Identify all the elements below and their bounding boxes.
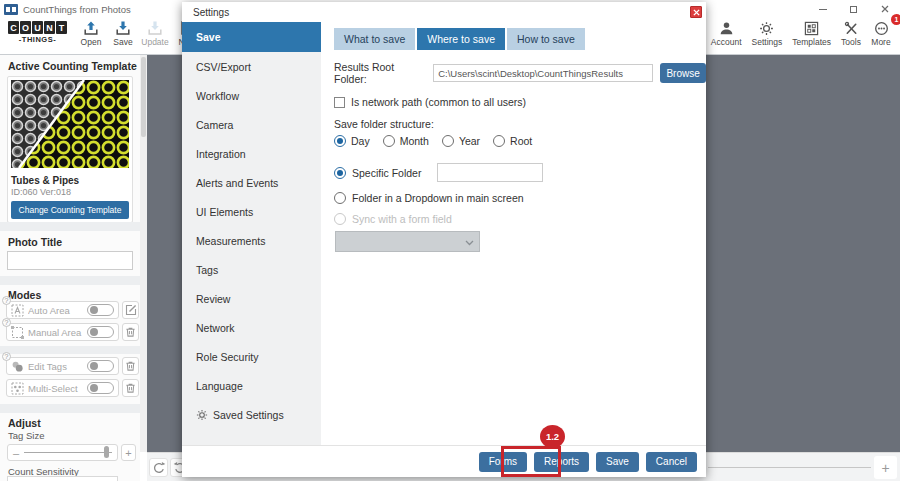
dialog-title: Settings <box>193 7 229 18</box>
tab-what-to-save[interactable]: What to save <box>334 28 415 50</box>
manual-area-toggle[interactable] <box>87 326 114 338</box>
specific-folder-input[interactable] <box>437 163 543 182</box>
rotate-left-button[interactable] <box>149 458 168 477</box>
edit-tags-delete-button[interactable] <box>122 357 139 375</box>
tab-where-to-save[interactable]: Where to save <box>417 28 505 50</box>
change-template-button[interactable]: Change Counting Template <box>11 201 129 219</box>
close-icon <box>881 5 889 13</box>
gear-icon <box>759 21 774 36</box>
nav-item-measurements[interactable]: Measurements <box>182 226 321 255</box>
nav-item-role-security[interactable]: Role Security <box>182 342 321 371</box>
count-sensitivity-slider[interactable] <box>7 476 118 481</box>
radio-root[interactable] <box>493 135 505 147</box>
help-icon[interactable]: ? <box>2 318 11 327</box>
zoom-slider[interactable] <box>708 467 871 468</box>
scrollbar-thumb[interactable] <box>141 57 146 137</box>
minimize-button[interactable] <box>807 0 838 18</box>
tag-size-handle[interactable] <box>104 446 109 458</box>
more-icon <box>874 21 889 36</box>
settings-button[interactable]: Settings <box>747 18 788 47</box>
nav-item-network[interactable]: Network <box>182 313 321 342</box>
save-settings-button[interactable]: Save <box>596 452 639 472</box>
radio-specific-folder[interactable] <box>334 167 346 179</box>
nav-item-save[interactable]: Save <box>182 22 321 52</box>
active-template-header: Active Counting Template <box>8 60 137 72</box>
account-label: Account <box>711 37 742 47</box>
zoom-in-button[interactable]: + <box>874 456 897 479</box>
annotation-highlight-rect <box>501 446 561 477</box>
radio-year-label: Year <box>459 135 480 147</box>
update-label: Update <box>141 37 168 47</box>
open-button[interactable]: Open <box>75 18 107 47</box>
sidebar-scrollbar[interactable] <box>140 55 147 452</box>
minimize-icon <box>819 9 827 10</box>
tag-size-plus-button[interactable]: + <box>121 444 136 461</box>
cancel-button[interactable]: Cancel <box>646 452 697 472</box>
minus-icon[interactable]: – <box>13 448 19 458</box>
sync-form-field-label: Sync with a form field <box>352 213 452 225</box>
photo-title-input[interactable] <box>7 251 133 270</box>
close-icon <box>693 9 700 16</box>
mode-label: Multi-Select <box>28 383 83 394</box>
settings-nav: Save CSV/Export Workflow Camera Integrat… <box>182 22 321 445</box>
help-icon[interactable]: ? <box>2 352 11 361</box>
template-card: Tubes & Pipes ID:060 Ver:018 Change Coun… <box>7 76 133 223</box>
radio-sync-form-field <box>334 213 346 225</box>
auto-area-edit-button[interactable] <box>122 301 139 319</box>
radio-year[interactable] <box>442 135 454 147</box>
update-icon <box>147 21 163 36</box>
app-icon <box>4 4 18 15</box>
account-button[interactable]: Account <box>706 18 747 47</box>
annotation-step-badge: 1.2 <box>540 425 565 448</box>
adjust-header: Adjust <box>8 417 41 429</box>
tag-size-slider[interactable]: – <box>7 444 118 461</box>
divider <box>0 404 140 413</box>
browse-button[interactable]: Browse <box>660 63 706 83</box>
nav-item-integration[interactable]: Integration <box>182 139 321 168</box>
multi-select-delete-button[interactable] <box>122 379 139 397</box>
logo-bottom-text: -THINGS- <box>8 35 67 44</box>
tools-icon <box>844 21 859 36</box>
structure-label: Save folder structure: <box>334 118 706 130</box>
nav-item-alerts-and-events[interactable]: Alerts and Events <box>182 168 321 197</box>
settings-content: What to save Where to save How to save R… <box>321 22 706 445</box>
radio-day[interactable] <box>334 135 346 147</box>
dialog-title-bar: Settings <box>182 2 706 22</box>
tag-size-label: Tag Size <box>8 430 44 441</box>
network-path-checkbox[interactable] <box>334 97 345 108</box>
nav-item-camera[interactable]: Camera <box>182 110 321 139</box>
nav-item-saved-settings[interactable]: Saved Settings <box>182 400 321 429</box>
mode-multi-select: Multi-Select <box>6 379 119 397</box>
nav-item-workflow[interactable]: Workflow <box>182 81 321 110</box>
results-root-input[interactable] <box>433 64 653 82</box>
mode-auto-area: Auto Area <box>6 301 119 319</box>
help-icon[interactable]: ? <box>2 296 11 305</box>
tab-how-to-save[interactable]: How to save <box>507 28 585 50</box>
multi-select-toggle[interactable] <box>87 382 114 394</box>
mode-edit-tags: Edit Tags <box>6 357 119 375</box>
dialog-close-button[interactable] <box>690 6 702 18</box>
manual-area-delete-button[interactable] <box>122 323 139 341</box>
tag-size-track[interactable] <box>24 452 112 453</box>
update-button: Update <box>139 18 171 47</box>
save-tabs: What to save Where to save How to save <box>334 28 706 50</box>
radio-folder-dropdown[interactable] <box>334 192 346 204</box>
radio-day-label: Day <box>351 135 370 147</box>
app-window: CountThings from Photos C O U N T -THING… <box>0 0 900 481</box>
radio-month[interactable] <box>383 135 395 147</box>
nav-item-language[interactable]: Language <box>182 371 321 400</box>
more-button[interactable]: 1 More <box>866 18 896 47</box>
edit-tags-toggle[interactable] <box>87 360 114 372</box>
tools-button[interactable]: Tools <box>836 18 866 47</box>
nav-item-csv-export[interactable]: CSV/Export <box>182 52 321 81</box>
folder-dropdown-label: Folder in a Dropdown in main screen <box>352 192 524 204</box>
nav-item-ui-elements[interactable]: UI Elements <box>182 197 321 226</box>
templates-button[interactable]: Templates <box>787 18 836 47</box>
trash-icon <box>125 326 136 338</box>
save-button[interactable]: Save <box>107 18 139 47</box>
nav-item-tags[interactable]: Tags <box>182 255 321 284</box>
maximize-icon <box>850 6 857 13</box>
nav-item-review[interactable]: Review <box>182 284 321 313</box>
auto-area-toggle[interactable] <box>87 304 114 316</box>
maximize-button[interactable] <box>838 0 869 18</box>
